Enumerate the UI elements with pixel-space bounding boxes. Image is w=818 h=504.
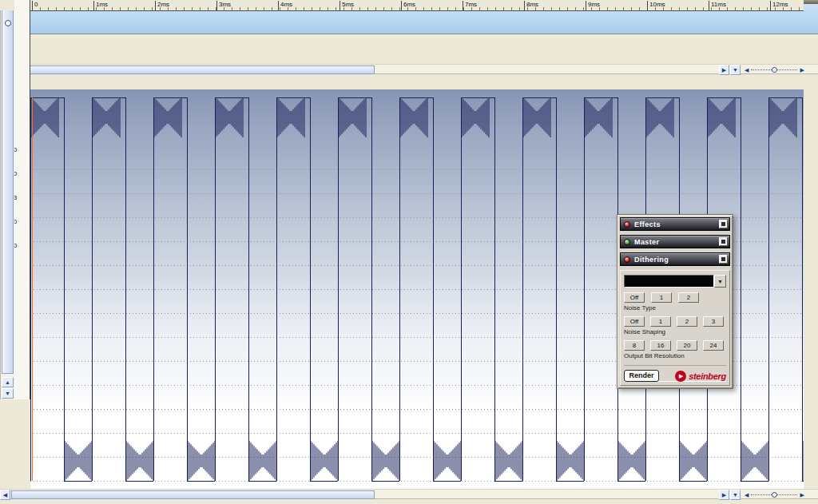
- editor-view-dropdown-button[interactable]: ▼: [730, 490, 741, 500]
- editor-scrollbar[interactable]: ◀ ▶ ▼ ◀ ▶: [0, 489, 818, 499]
- ruler-tick: [524, 1, 525, 10]
- dithering-panel-bar[interactable]: Dithering: [620, 252, 730, 266]
- master-title: Master: [634, 238, 719, 246]
- ruler-tick: [770, 1, 771, 10]
- dither-type-dropdown-button[interactable]: ▼: [714, 275, 726, 288]
- noise-type-buttons: Off12: [624, 292, 726, 303]
- editor-scroll-right-button[interactable]: ▶: [719, 490, 729, 500]
- zoom-in-icon[interactable]: ▶: [800, 492, 804, 498]
- ruler-tick: [401, 1, 402, 10]
- master-section-footer: Render ▶ steinberg: [624, 365, 726, 382]
- vertical-scroll-thumb[interactable]: [2, 2, 14, 374]
- editor-zoom-track[interactable]: [751, 494, 797, 495]
- editor-ruler-label: 6ms: [403, 1, 415, 8]
- ruler-tick: [709, 1, 709, 10]
- output-bit-16-button[interactable]: 16: [650, 340, 671, 351]
- dither-type-display[interactable]: [624, 275, 714, 288]
- master-collapse-button[interactable]: [719, 237, 728, 246]
- dithering-body: ▼ Off12 Noise Type Off123 Noise Shaping …: [620, 270, 730, 386]
- window-icon: [721, 222, 725, 226]
- zoom-in-icon[interactable]: ▶: [800, 67, 804, 73]
- overview-scroll-right-button[interactable]: ▶: [719, 65, 729, 75]
- editor-ruler-label: 11ms: [711, 1, 726, 8]
- dither-type-combo: ▼: [624, 275, 726, 288]
- editor-ruler-label: 9ms: [588, 1, 600, 8]
- ruler-tick: [155, 1, 156, 10]
- ruler-tick: [216, 1, 217, 10]
- editor-ruler-label: 3ms: [219, 1, 231, 8]
- editor-zoom-control: ◀ ▶: [745, 490, 804, 500]
- overview-zoom-control: ◀ ▶: [745, 65, 804, 75]
- output-bit-buttons: 8162024: [624, 340, 726, 351]
- overview-scroll-thumb[interactable]: [11, 65, 375, 74]
- noise-type-2-button[interactable]: 2: [678, 292, 699, 303]
- noise-type-label: Noise Type: [624, 304, 726, 312]
- chevron-down-icon: ▼: [717, 279, 723, 284]
- audio-editor-window: ▶|→→»↻⇄|◀◀◀▶▶▶|■▶● 0500ms1s1s500ms2s2s50…: [0, 0, 818, 504]
- overview-scrollbar[interactable]: ◀ ▶ ▼ ◀ ▶: [0, 64, 818, 74]
- ruler-tick: [340, 1, 340, 10]
- down-arrow-icon: ▼: [5, 391, 10, 396]
- dithering-collapse-button[interactable]: [719, 255, 728, 264]
- editor-scroll-thumb[interactable]: [11, 490, 375, 499]
- vertical-scrollbar[interactable]: ▲ ▼: [0, 0, 14, 399]
- editor-ruler-label: 5ms: [342, 1, 354, 8]
- ruler-tick: [278, 1, 279, 10]
- ruler-tick: [586, 1, 586, 10]
- output-bit-20-button[interactable]: 20: [677, 340, 697, 351]
- zoom-out-icon[interactable]: ◀: [745, 492, 749, 498]
- editor-ruler-label: 8ms: [526, 1, 538, 8]
- steinberg-circle-icon: ▶: [675, 371, 686, 382]
- right-arrow-icon: ▶: [722, 67, 726, 73]
- editor-ruler-label: 2ms: [157, 1, 169, 8]
- master-led-icon: [624, 239, 630, 245]
- right-arrow-icon: ▶: [722, 492, 726, 498]
- scroll-down-button[interactable]: ▼: [2, 388, 14, 399]
- effects-led-icon: [624, 221, 630, 228]
- ruler-tick: [93, 1, 94, 10]
- editor-scroll-left-button[interactable]: ◀: [0, 490, 10, 500]
- master-section-panel: EffectsMasterDithering ▼ Off12 Noise Typ…: [617, 214, 733, 389]
- ruler-tick: [647, 1, 648, 10]
- vertical-zoom-knob[interactable]: [5, 20, 11, 26]
- steinberg-logo: ▶ steinberg: [675, 371, 726, 382]
- noise-shaping-1-button[interactable]: 1: [650, 316, 671, 327]
- editor-ruler-label: 7ms: [465, 1, 477, 8]
- editor-ruler-label: 4ms: [280, 1, 292, 8]
- editor-zoom-knob[interactable]: [772, 492, 777, 498]
- master-panel-bar[interactable]: Master: [620, 235, 730, 248]
- editor-ruler[interactable]: 01ms2ms3ms4ms5ms6ms7ms8ms9ms10ms11ms12ms: [0, 0, 804, 11]
- noise-shaping-2-button[interactable]: 2: [677, 316, 697, 327]
- render-button[interactable]: Render: [624, 370, 659, 382]
- editor-ruler-label: 10ms: [649, 1, 665, 8]
- dithering-led-icon: [624, 256, 630, 263]
- editor-ruler-label: 1ms: [96, 1, 108, 8]
- editor-ruler-label: 0: [34, 1, 38, 8]
- ruler-minor-ticks: [32, 7, 804, 10]
- effects-panel-bar[interactable]: Effects: [620, 217, 730, 231]
- chevron-down-icon: ▼: [733, 492, 738, 498]
- overview-zoom-knob[interactable]: [772, 67, 777, 73]
- output-bit-24-button[interactable]: 24: [703, 340, 724, 351]
- zoom-out-icon[interactable]: ◀: [745, 67, 749, 73]
- dithering-title: Dithering: [634, 256, 719, 264]
- overview-zoom-track[interactable]: [751, 69, 797, 70]
- scrollbar-corner: [0, 0, 14, 10]
- noise-shaping-buttons: Off123: [624, 316, 726, 327]
- steinberg-wordmark: steinberg: [689, 371, 726, 381]
- overview-view-dropdown-button[interactable]: ▼: [730, 65, 741, 75]
- chevron-down-icon: ▼: [733, 67, 738, 73]
- editor-ruler-label: 12ms: [772, 1, 788, 8]
- ruler-tick: [463, 1, 463, 10]
- ruler-tick: [32, 1, 33, 10]
- noise-shaping-3-button[interactable]: 3: [703, 316, 724, 327]
- output-bit-label: Output Bit Resolution: [624, 352, 726, 359]
- noise-shaping-off-button[interactable]: Off: [624, 316, 645, 327]
- effects-collapse-button[interactable]: [719, 220, 728, 228]
- noise-type-1-button[interactable]: 1: [651, 292, 672, 303]
- left-arrow-icon: ◀: [3, 492, 7, 498]
- effects-title: Effects: [634, 220, 719, 228]
- output-bit-8-button[interactable]: 8: [624, 340, 645, 351]
- scroll-up-button[interactable]: ▲: [2, 377, 14, 387]
- noise-type-off-button[interactable]: Off: [624, 292, 645, 303]
